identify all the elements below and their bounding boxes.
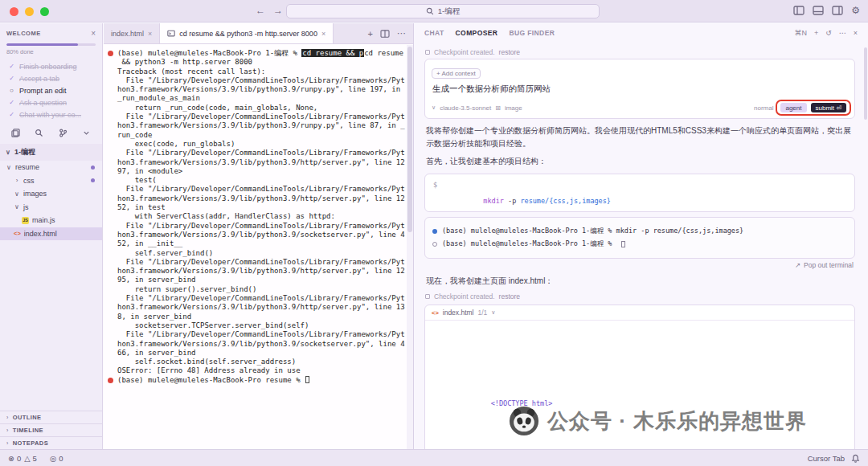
file-tree-item[interactable]: ∨ images — [0, 187, 102, 201]
highlighted-command: cd resume && p — [301, 49, 364, 57]
chevron-down-icon: ∨ — [491, 309, 495, 316]
pop-out-icon: ↗ — [795, 261, 800, 269]
statusbar-right: Cursor Tab — [808, 454, 860, 463]
mode-and-submit: normal agent submit ⏎ — [754, 102, 848, 113]
terminal-result-text: (base) mulele@muleles-MacBook-Pro 1-编程 %… — [442, 227, 743, 236]
terminal-output[interactable]: (base) mulele@muleles-MacBook-Pro 1-编程 %… — [104, 49, 407, 449]
image-label[interactable]: image — [505, 104, 522, 112]
file-tree-item-icon: JS — [22, 217, 29, 224]
sidebar-section-label: NOTEPADS — [13, 439, 48, 447]
checklist-item[interactable]: ✓ Accept a tab — [0, 72, 102, 84]
collapse-chevron-icon[interactable] — [82, 129, 91, 137]
sidebar-section-header[interactable]: › OUTLINE — [0, 411, 102, 423]
terminal-result-card: (base) mulele@muleles-MacBook-Pro 1-编程 %… — [424, 217, 855, 259]
terminal-prompt-text: (base) mulele@muleles-MacBook-Pro resume… — [117, 376, 408, 385]
checklist-item-label: Chat with your co... — [19, 111, 81, 119]
editor-scrollbar[interactable] — [407, 45, 413, 449]
composer-scrollbar[interactable] — [863, 44, 868, 449]
search-label: 1-编程 — [438, 6, 460, 17]
file-tree-item[interactable]: ∨ resume — [0, 161, 102, 174]
mode-normal-label[interactable]: normal — [754, 104, 773, 112]
editor-scrollbar-thumb[interactable] — [407, 47, 412, 232]
toggle-right-panel-icon[interactable] — [832, 6, 843, 15]
code-block-filename: index.html — [443, 309, 474, 317]
history-icon[interactable]: ↺ — [825, 29, 832, 37]
composer-scrollbar-thumb[interactable] — [864, 47, 867, 120]
warnings-count: 5 — [33, 454, 37, 463]
file-tree-item[interactable]: ∨ js — [0, 201, 102, 215]
checklist-item[interactable]: ○ Prompt an edit — [0, 84, 102, 96]
warnings-indicator[interactable]: △ 5 — [24, 454, 37, 463]
file-tree-item-icon: ∨ — [14, 203, 20, 211]
command-line: $ mkdir -p resume/{css,js,images} — [425, 174, 854, 211]
workspace-root-label: 1-编程 — [14, 147, 35, 157]
composer-tab[interactable]: CHAT — [424, 29, 444, 37]
checklist-item-icon: ✓ — [8, 75, 15, 82]
checklist-item[interactable]: ✓ Chat with your co... — [0, 108, 102, 121]
new-tab-icon[interactable]: + — [368, 29, 373, 39]
onboarding-progress-bar — [6, 43, 96, 46]
composer-tab[interactable]: BUG FINDER — [509, 29, 555, 37]
checkpoint-restore-link[interactable]: restore — [499, 48, 520, 56]
editor-tab[interactable]: cd resume && python3 -m http.server 8000… — [160, 23, 334, 43]
close-tab-icon[interactable]: × — [148, 30, 152, 38]
close-window-button[interactable] — [10, 7, 18, 16]
modified-dot-indicator — [91, 178, 95, 182]
source-control-branch-icon[interactable] — [59, 129, 68, 137]
sidebar-section-header[interactable]: › NOTEPADS — [0, 436, 102, 449]
toggle-left-panel-icon[interactable] — [793, 6, 805, 15]
more-actions-icon[interactable]: ⋯ — [839, 29, 846, 37]
search-files-icon[interactable] — [35, 129, 43, 137]
workspace-root-row[interactable]: ∨ 1-编程 — [0, 144, 102, 161]
model-selector[interactable]: claude-3.5-sonnet — [440, 104, 491, 112]
more-actions-icon[interactable]: ⋯ — [397, 28, 406, 39]
checklist-item[interactable]: ✓ Ask a question — [0, 96, 102, 108]
checklist-item[interactable]: ✓ Finish onboarding — [0, 60, 102, 72]
settings-gear-icon[interactable]: ⚙ — [851, 5, 860, 16]
composer-header-actions: ⌘N + ↺ ⋯ × — [794, 29, 858, 37]
zoom-window-button[interactable] — [40, 7, 49, 16]
nav-back-button[interactable]: ← — [256, 5, 265, 16]
new-composer-shortcut: ⌘N — [794, 29, 807, 37]
pop-out-terminal-link[interactable]: Pop out terminal — [804, 261, 854, 269]
nav-forward-button[interactable]: → — [273, 5, 283, 16]
welcome-close-icon[interactable]: × — [91, 29, 96, 38]
close-panel-icon[interactable]: × — [854, 29, 858, 37]
checkpoint-restore-link[interactable]: restore — [499, 292, 520, 300]
add-context-button[interactable]: + Add context — [432, 68, 481, 79]
checklist-item-label: Accept a tab — [19, 75, 59, 83]
submit-button[interactable]: submit ⏎ — [811, 103, 847, 112]
command-center-search[interactable]: 1-编程 — [286, 4, 600, 18]
file-tree-item[interactable]: › css — [0, 174, 102, 188]
errors-indicator[interactable]: ⊗ 0 — [8, 454, 21, 463]
toggle-bottom-panel-icon[interactable] — [813, 6, 824, 15]
explorer-toolbar — [0, 121, 102, 144]
editor-tab[interactable]: index.html × — [104, 23, 160, 43]
ports-count: 0 — [59, 454, 63, 463]
new-composer-icon[interactable]: + — [814, 29, 818, 37]
split-editor-icon[interactable] — [380, 30, 390, 38]
ports-indicator[interactable]: ◎ 0 — [50, 454, 63, 463]
file-tree-item[interactable]: <> index.html — [0, 227, 102, 241]
sidebar-section-header[interactable]: › TIMELINE — [0, 423, 102, 436]
file-tree-item[interactable]: JS main.js — [0, 214, 102, 227]
sidebar-bottom-sections: › OUTLINE › TIMELINE › NOTEPADS — [0, 411, 102, 449]
onboarding-progress-label: 80% done — [0, 47, 102, 60]
mode-agent-button[interactable]: agent — [780, 103, 806, 112]
watermark: 公众号 · 木乐乐的异想世界 — [509, 406, 807, 436]
command-segment: resume/{css,js,images} — [520, 197, 611, 205]
welcome-checklist: ✓ Finish onboarding ✓ Accept a tab ○ Pro… — [0, 60, 102, 121]
editor-tabs: index.html × cd resume && python3 -m htt… — [104, 23, 334, 43]
close-tab-icon[interactable]: × — [321, 30, 326, 38]
minimize-window-button[interactable] — [25, 7, 34, 16]
terminal-prompt-line: (base) mulele@muleles-MacBook-Pro resume… — [117, 376, 407, 385]
terminal-command-text: (base) mulele@muleles-MacBook-Pro 1-编程 %… — [117, 49, 408, 58]
editor-tabbar: index.html × cd resume && python3 -m htt… — [104, 23, 413, 44]
composer-tab[interactable]: COMPOSER — [456, 29, 498, 37]
shell-prompt-icon: $ — [433, 181, 437, 205]
new-file-icon[interactable] — [11, 129, 20, 137]
notifications-bell-icon[interactable] — [851, 454, 860, 463]
cursor-tab-toggle[interactable]: Cursor Tab — [808, 454, 845, 463]
file-tree-item-label: index.html — [24, 230, 57, 238]
code-block-header[interactable]: <> index.html 1/1 ∨ — [425, 305, 854, 321]
